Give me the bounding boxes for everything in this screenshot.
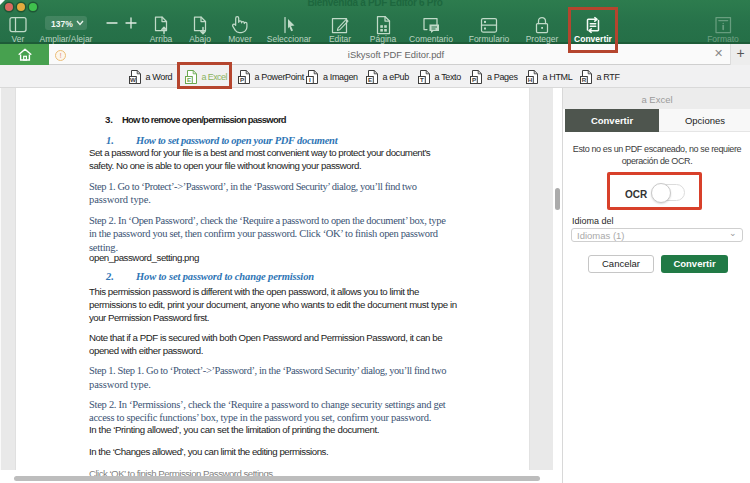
svg-text:P: P — [472, 76, 476, 83]
svg-text:H: H — [527, 76, 532, 83]
svg-text:E: E — [367, 76, 371, 83]
svg-text:P: P — [239, 76, 243, 83]
svg-text:W: W — [130, 76, 136, 83]
svg-text:R: R — [581, 76, 586, 83]
svg-text:I: I — [309, 76, 311, 83]
svg-text:T: T — [420, 76, 424, 83]
